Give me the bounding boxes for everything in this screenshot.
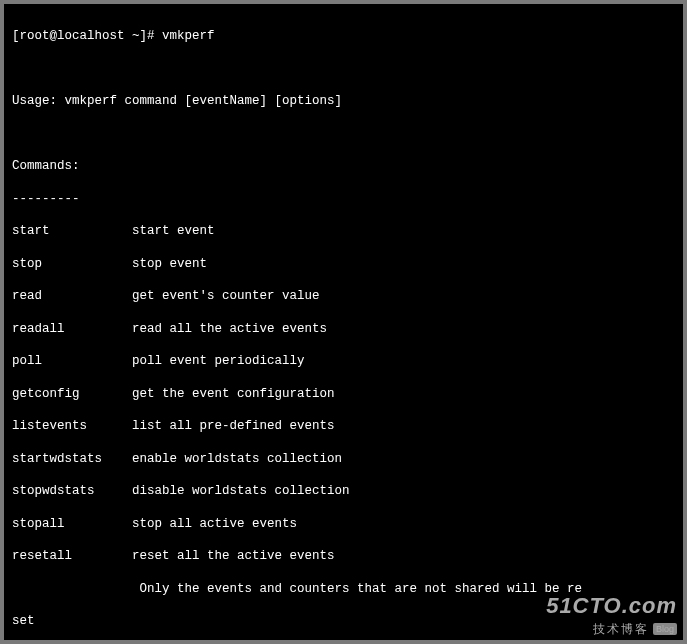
watermark: 51CTO.com 技术博客Blog: [546, 593, 677, 638]
command-row: readget event's counter value: [12, 288, 675, 304]
usage-line: Usage: vmkperf command [eventName] [opti…: [12, 93, 675, 109]
command-row: readallread all the active events: [12, 321, 675, 337]
watermark-blog: Blog: [653, 623, 677, 635]
blank-line: [12, 61, 675, 77]
command-desc: reset all the active events: [132, 548, 335, 564]
command-name: start: [12, 223, 132, 239]
commands-divider: ---------: [12, 191, 675, 207]
command-row: stopstop event: [12, 256, 675, 272]
watermark-sub-row: 技术博客Blog: [546, 619, 677, 638]
command-row: startwdstatsenable worldstats collection: [12, 451, 675, 467]
command-name: readall: [12, 321, 132, 337]
command-row: listeventslist all pre-defined events: [12, 418, 675, 434]
command-desc: read all the active events: [132, 321, 327, 337]
command-desc: poll event periodically: [132, 353, 305, 369]
command-row: resetallreset all the active events: [12, 548, 675, 564]
command-name: getconfig: [12, 386, 132, 402]
command-desc: disable worldstats collection: [132, 483, 350, 499]
command-row: startstart event: [12, 223, 675, 239]
watermark-sub: 技术博客: [593, 622, 649, 636]
blank-line: [12, 126, 675, 142]
commands-header: Commands:: [12, 158, 675, 174]
command-desc: stop all active events: [132, 516, 297, 532]
command-name: stopall: [12, 516, 132, 532]
command-name: stop: [12, 256, 132, 272]
command-desc: stop event: [132, 256, 207, 272]
watermark-main: 51CTO.com: [546, 593, 677, 619]
command-name: poll: [12, 353, 132, 369]
typed-command: vmkperf: [162, 29, 215, 43]
command-desc: get event's counter value: [132, 288, 320, 304]
command-row: stopallstop all active events: [12, 516, 675, 532]
command-row: pollpoll event periodically: [12, 353, 675, 369]
command-desc: get the event configuration: [132, 386, 335, 402]
command-name: read: [12, 288, 132, 304]
command-desc: list all pre-defined events: [132, 418, 335, 434]
command-name: resetall: [12, 548, 132, 564]
command-row: getconfigget the event configuration: [12, 386, 675, 402]
command-desc: enable worldstats collection: [132, 451, 342, 467]
command-desc: start event: [132, 223, 215, 239]
command-name: startwdstats: [12, 451, 132, 467]
command-row: stopwdstatsdisable worldstats collection: [12, 483, 675, 499]
shell-prompt: [root@localhost ~]#: [12, 29, 162, 43]
prompt-line-1: [root@localhost ~]# vmkperf: [12, 28, 675, 44]
command-name: listevents: [12, 418, 132, 434]
command-name: stopwdstats: [12, 483, 132, 499]
terminal-window[interactable]: [root@localhost ~]# vmkperf Usage: vmkpe…: [4, 4, 683, 640]
